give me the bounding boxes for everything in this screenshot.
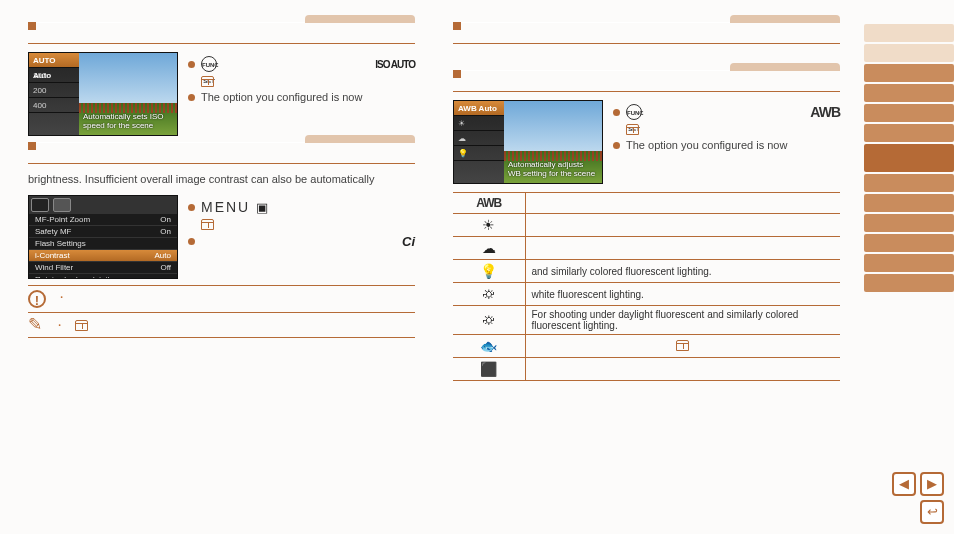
back-button[interactable]: ↩ xyxy=(920,500,944,524)
iso-menu-item: 100 xyxy=(33,71,46,80)
left-column: AUTO Auto 100 200 400 Automatically sets… xyxy=(0,0,425,534)
contrast-row-l: MF-Point Zoom xyxy=(35,215,90,224)
iso-menu-item: 400 xyxy=(33,101,46,110)
contrast-row: MF-Point ZoomOn Safety MFOn Flash Settin… xyxy=(28,195,415,279)
contrast-row-l: Flash Settings xyxy=(35,239,86,248)
wb-fluorescent-icon: ⛮ xyxy=(482,286,496,302)
wb-desc: and similarly colored fluorescent lighti… xyxy=(525,260,840,283)
section-header-contrast xyxy=(28,142,415,164)
wb-cloudy-icon: ☁ xyxy=(482,240,496,256)
section-header-iso xyxy=(28,22,415,44)
section-header-awb xyxy=(453,70,840,92)
right-column: AWB Auto ☀ ☁ 💡 Automatically adjusts WB … xyxy=(425,0,850,534)
awb-overlay-2: WB setting for the scene xyxy=(508,169,595,178)
contrast-row-l: Wind Filter xyxy=(35,263,73,272)
book-icon xyxy=(626,124,639,135)
awb-screenshot: AWB Auto ☀ ☁ 💡 Automatically adjusts WB … xyxy=(453,100,603,184)
side-tab[interactable] xyxy=(864,174,954,192)
iso-overlay-1: Automatically sets ISO xyxy=(83,112,163,121)
contrast-row-r: Auto xyxy=(155,251,171,260)
side-tab[interactable] xyxy=(864,234,954,252)
side-tab[interactable] xyxy=(864,254,954,272)
side-tabs xyxy=(864,0,954,534)
wb-desc xyxy=(525,214,840,237)
wb-desc xyxy=(525,358,840,381)
book-icon xyxy=(201,76,214,87)
book-icon xyxy=(75,320,88,331)
iso-menu-item: 200 xyxy=(33,86,46,95)
awb-icon: AWB xyxy=(810,104,840,120)
table-row: ⛮For shooting under daylight fluorescent… xyxy=(453,306,840,335)
side-tab[interactable] xyxy=(864,214,954,232)
prev-page-button[interactable]: ◀ xyxy=(892,472,916,496)
next-page-button[interactable]: ▶ xyxy=(920,472,944,496)
side-tab[interactable] xyxy=(864,44,954,62)
wb-fluorescent-h-icon: ⛮ xyxy=(482,312,496,328)
side-tab[interactable] xyxy=(864,64,954,82)
wb-underwater-icon: 🐟 xyxy=(480,338,497,354)
wb-desc: For shooting under daylight fluorescent … xyxy=(525,306,840,335)
iso-menu-item: AUTO xyxy=(33,56,56,65)
side-tab[interactable] xyxy=(864,274,954,292)
side-tab-active[interactable] xyxy=(864,144,954,172)
contrast-row-l: i-Contrast xyxy=(35,251,70,260)
tip-note: ・ xyxy=(28,317,415,333)
step-bullet xyxy=(188,204,195,211)
section-header-wb xyxy=(453,22,840,44)
iso-screenshot: AUTO Auto 100 200 400 Automatically sets… xyxy=(28,52,178,136)
camera-icon: ▣ xyxy=(256,200,268,215)
warning-icon: ! xyxy=(28,290,46,308)
table-row: ⛮white fluorescent lighting. xyxy=(453,283,840,306)
iso-auto-icon: ISO AUTO xyxy=(375,59,415,70)
book-icon xyxy=(201,219,214,230)
contrast-screenshot: MF-Point ZoomOn Safety MFOn Flash Settin… xyxy=(28,195,178,279)
contrast-row-r: Off xyxy=(160,263,171,272)
white-balance-table: AWB ☀ ☁ 💡and similarly colored fluoresce… xyxy=(453,192,840,381)
awb-row: AWB Auto ☀ ☁ 💡 Automatically adjusts WB … xyxy=(453,100,840,184)
wb-daylight-icon: ☀ xyxy=(482,217,495,233)
page-nav: ◀ ▶ ↩ xyxy=(888,472,944,524)
step-bullet xyxy=(613,109,620,116)
wb-tungsten-icon: 💡 xyxy=(480,263,497,279)
side-tab[interactable] xyxy=(864,194,954,212)
contrast-row-r: On xyxy=(160,227,171,236)
awb-menu-item: AWB xyxy=(458,104,477,113)
step-bullet xyxy=(613,142,620,149)
iso-overlay-2: speed for the scene xyxy=(83,121,153,130)
wb-desc xyxy=(525,237,840,260)
wb-custom-icon: ⬛ xyxy=(480,361,497,377)
side-tab[interactable] xyxy=(864,24,954,42)
contrast-description: brightness. Insufficient overall image c… xyxy=(28,172,415,187)
wb-awb-icon: AWB xyxy=(476,196,501,210)
step-bullet xyxy=(188,238,195,245)
awb-overlay-1: Automatically adjusts xyxy=(508,160,583,169)
func-set-icon: FUNC SET xyxy=(201,56,217,72)
table-row: ☀ xyxy=(453,214,840,237)
contrast-row-r: On xyxy=(160,215,171,224)
contrast-row-l: Safety MF xyxy=(35,227,71,236)
side-tab[interactable] xyxy=(864,84,954,102)
iso-row: AUTO Auto 100 200 400 Automatically sets… xyxy=(28,52,415,136)
menu-label: MENU xyxy=(201,199,250,215)
func-set-icon: FUNC SET xyxy=(626,104,642,120)
wb-desc xyxy=(525,193,840,214)
table-row: 🐟 xyxy=(453,335,840,358)
warning-note: ! ・ xyxy=(28,290,415,308)
table-row: ⬛ xyxy=(453,358,840,381)
wb-desc: white fluorescent lighting. xyxy=(525,283,840,306)
pencil-icon xyxy=(28,317,44,333)
table-row: 💡and similarly colored fluorescent light… xyxy=(453,260,840,283)
iso-result-text: The option you configured is now xyxy=(201,91,362,103)
step-bullet xyxy=(188,94,195,101)
contrast-row-l: Retain shadow detail xyxy=(35,275,109,279)
book-icon xyxy=(676,340,689,351)
table-row: ☁ xyxy=(453,237,840,260)
side-tab[interactable] xyxy=(864,104,954,122)
table-row: AWB xyxy=(453,193,840,214)
side-tab[interactable] xyxy=(864,124,954,142)
awb-result-text: The option you configured is now xyxy=(626,139,787,151)
step-bullet xyxy=(188,61,195,68)
ci-label: Ci xyxy=(402,234,415,249)
